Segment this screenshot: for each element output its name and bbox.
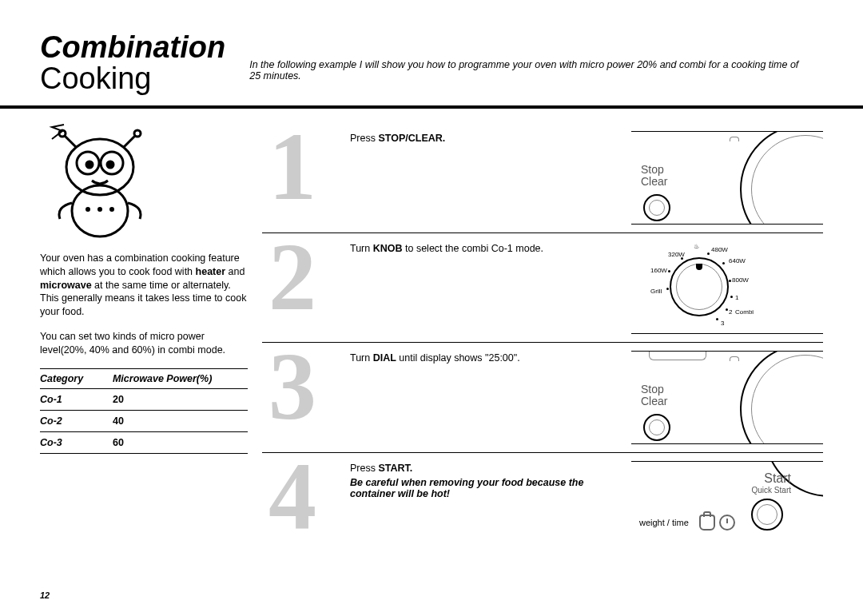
step-3: 3 Turn DIAL until display shows "25:00".… bbox=[262, 343, 823, 453]
description-para-2: You can set two kinds of micro power lev… bbox=[40, 330, 248, 357]
page-title-main: Combination bbox=[40, 32, 225, 62]
step-1: 1 Press STOP/CLEAR. StopClear bbox=[262, 123, 823, 233]
mascot-icon bbox=[48, 123, 152, 243]
step-4-text: Press START. bbox=[350, 463, 623, 474]
weight-icon bbox=[699, 515, 715, 531]
start-button-icon bbox=[751, 499, 783, 531]
svg-point-9 bbox=[97, 207, 102, 212]
svg-point-10 bbox=[109, 207, 114, 212]
stop-clear-button-icon bbox=[643, 194, 670, 221]
table-head-power: Microwave Power(%) bbox=[97, 368, 248, 388]
svg-point-7 bbox=[134, 130, 141, 137]
step-4: 4 Press START. Be careful when removing … bbox=[262, 453, 823, 549]
table-head-category: Category bbox=[40, 368, 97, 388]
page-number: 12 bbox=[40, 590, 50, 600]
step-3-text: Turn DIAL until display shows "25:00". bbox=[350, 351, 631, 364]
table-row: Co-360 bbox=[40, 431, 248, 453]
svg-point-5 bbox=[107, 161, 113, 168]
horizontal-rule bbox=[0, 105, 863, 109]
intro-text: In the following example I will show you… bbox=[249, 59, 809, 96]
step-number-icon: 2 bbox=[268, 236, 316, 318]
panel-illustration-knob: ♨ 480W 320W 640W 160W 800W Grill 1 2 Com… bbox=[631, 241, 823, 334]
svg-point-8 bbox=[86, 207, 90, 212]
step-1-text: Press STOP/CLEAR. bbox=[350, 131, 631, 144]
table-row: Co-240 bbox=[40, 410, 248, 431]
panel-illustration-start: Start Quick Start weight / time bbox=[631, 461, 823, 542]
warning-text: Be careful when removing your food becau… bbox=[350, 477, 623, 499]
page-title-sub: Cooking bbox=[40, 62, 225, 96]
table-row: Co-120 bbox=[40, 388, 248, 410]
step-number-icon: 3 bbox=[268, 346, 316, 427]
step-2: 2 Turn KNOB to select the combi Co-1 mod… bbox=[262, 233, 823, 343]
power-table: Category Microwave Power(%) Co-120 Co-24… bbox=[40, 368, 248, 454]
clock-icon bbox=[719, 515, 735, 531]
stop-clear-button-icon bbox=[643, 414, 670, 441]
panel-illustration-dial: StopClear bbox=[631, 351, 823, 444]
svg-point-4 bbox=[86, 161, 93, 168]
step-number-icon: 1 bbox=[268, 126, 316, 208]
description-para-1: Your oven has a combination cooking feat… bbox=[40, 252, 248, 319]
panel-illustration-stop-clear: StopClear bbox=[631, 131, 823, 225]
step-number-icon: 4 bbox=[268, 456, 316, 538]
step-2-text: Turn KNOB to select the combi Co-1 mode. bbox=[350, 241, 631, 254]
